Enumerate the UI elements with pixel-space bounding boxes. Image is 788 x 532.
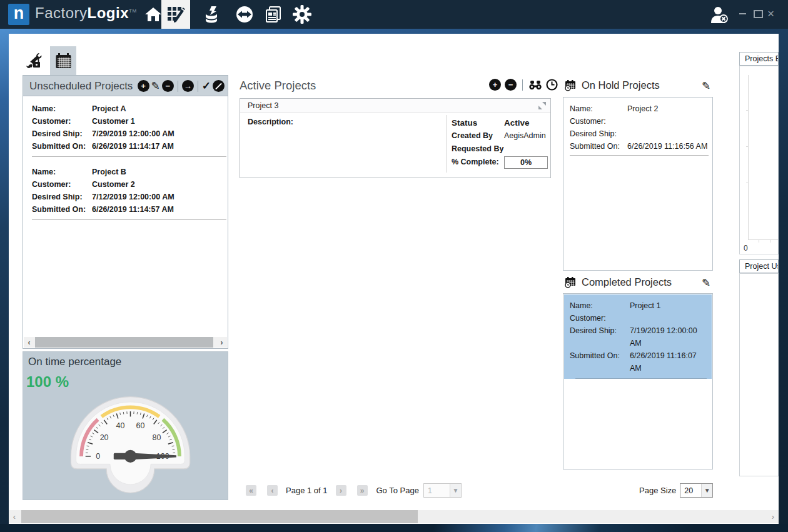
chevron-down-icon: ▼: [450, 484, 461, 497]
pagination-bar: « ‹ Page 1 of 1 › » Go To Page 1 ▼: [246, 483, 462, 498]
find-binoculars-icon[interactable]: [528, 80, 542, 90]
percent-complete-label: % Complete:: [452, 156, 504, 169]
last-page-icon[interactable]: »: [357, 485, 368, 496]
accept-check-icon[interactable]: ✓: [202, 81, 211, 91]
nav-scheduling-button[interactable]: [161, 0, 190, 29]
axis-label: 0: [744, 244, 748, 253]
panel-title: Project Us: [745, 262, 779, 271]
nav-materials-button[interactable]: [198, 0, 226, 29]
entry-separator: [570, 155, 709, 156]
next-page-icon[interactable]: ›: [336, 485, 346, 496]
edit-pencil-icon[interactable]: ✎: [151, 81, 160, 91]
svg-text:0: 0: [96, 452, 100, 461]
description-label: Description:: [248, 118, 293, 126]
unscheduled-header: Unscheduled Projects + ✎ − → ✓: [23, 75, 228, 96]
edit-pencil-icon[interactable]: ✎: [702, 276, 710, 289]
edit-pencil-icon[interactable]: ✎: [702, 79, 710, 93]
list-item[interactable]: Name:Project 2 Customer: Desired Ship: S…: [563, 98, 712, 153]
list-item[interactable]: Name:Project B Customer:Customer 2 Desir…: [23, 157, 228, 216]
brand-text: FactoryLogixTM: [35, 4, 137, 22]
list-item[interactable]: Name:Project A Customer:Customer 1 Desir…: [23, 96, 228, 153]
list-item-selected[interactable]: Name:Project 1 Customer: Desired Ship:7/…: [564, 294, 712, 379]
maximize-button[interactable]: [754, 10, 763, 18]
scroll-right-icon[interactable]: ›: [767, 510, 779, 523]
cancel-icon[interactable]: [213, 80, 225, 92]
svg-text:60: 60: [136, 421, 145, 430]
logout-user-button[interactable]: [709, 6, 730, 24]
tab-configuration[interactable]: [19, 46, 48, 75]
project-customer: Customer 2: [92, 178, 135, 191]
calendar-clock-icon: [565, 80, 577, 91]
horizontal-scrollbar[interactable]: ‹ ›: [24, 337, 227, 348]
project-submitted: 6/26/2019 11:16:56 AM: [627, 140, 707, 153]
field-label: Customer:: [570, 115, 627, 128]
add-icon[interactable]: +: [489, 79, 501, 91]
on-hold-title: On Hold Projects: [582, 79, 660, 91]
field-label: Name:: [570, 103, 627, 115]
project-ship: 7/12/2019 12:00:00 AM: [92, 191, 174, 203]
brand-logix: Logix: [88, 4, 129, 21]
home-icon: [144, 5, 163, 24]
projects-by-panel-header[interactable]: Projects B: [739, 52, 779, 66]
minimize-button[interactable]: [739, 13, 746, 14]
distribution-arrows-icon: [235, 5, 254, 24]
calendar-icon: [55, 53, 72, 69]
chart-x-axis: [748, 239, 778, 240]
remove-icon[interactable]: −: [505, 79, 517, 91]
panel-title: Projects B: [745, 54, 779, 63]
gauge-value: 100 %: [26, 373, 69, 391]
project-card: Project 3 Description: StatusActive Crea…: [240, 98, 551, 178]
created-by-value: AegisAdmin: [504, 129, 546, 143]
page-indicator: Page 1 of 1: [286, 486, 328, 495]
project-ship: 7/29/2019 12:00:00 AM: [92, 128, 174, 140]
project-name: Project A: [92, 103, 126, 115]
bottom-horizontal-scrollbar[interactable]: ‹ ›: [9, 510, 779, 523]
calendar-clock-icon: [565, 277, 577, 288]
previous-page-icon[interactable]: ‹: [267, 485, 278, 496]
field-label: Submitted On:: [32, 203, 92, 216]
field-label: Desired Ship:: [570, 324, 630, 349]
go-to-page-value: 1: [424, 486, 450, 495]
field-label: Customer:: [32, 178, 92, 191]
add-icon[interactable]: +: [138, 80, 149, 92]
scrollbar-thumb[interactable]: [35, 337, 213, 348]
brand-trademark: TM: [129, 8, 137, 14]
scroll-left-icon[interactable]: ‹: [24, 337, 34, 348]
created-by-label: Created By: [452, 129, 504, 143]
field-label: Desired Ship:: [32, 191, 92, 203]
go-to-page-select[interactable]: 1 ▼: [423, 483, 462, 498]
scheduling-grid-pencil-icon: [166, 4, 186, 24]
history-clock-icon[interactable]: [546, 79, 558, 91]
entry-separator: [32, 219, 226, 220]
materials-database-icon: [203, 5, 221, 24]
wrench-lock-icon: [24, 52, 43, 69]
field-label: Desired Ship:: [32, 128, 92, 140]
project-card-header[interactable]: Project 3: [240, 99, 550, 113]
status-label: Status: [452, 116, 504, 129]
card-divider: [447, 115, 447, 173]
active-projects-title: Active Projects: [240, 79, 316, 93]
completed-list: Name:Project 1 Customer: Desired Ship:7/…: [563, 293, 713, 469]
nav-reports-button[interactable]: [259, 0, 288, 29]
remove-icon[interactable]: −: [162, 80, 174, 92]
on-hold-header: On Hold Projects: [565, 79, 660, 91]
on-hold-list: Name:Project 2 Customer: Desired Ship: S…: [563, 97, 713, 271]
close-button[interactable]: ×: [767, 7, 774, 21]
toolbar-separator: [178, 81, 178, 92]
move-right-icon[interactable]: →: [182, 80, 194, 92]
scrollbar-thumb[interactable]: [21, 510, 418, 523]
nav-distribution-button[interactable]: [230, 0, 259, 29]
project-usage-panel-header[interactable]: Project Us: [739, 259, 779, 273]
tab-scheduling[interactable]: [50, 46, 76, 75]
scroll-right-icon[interactable]: ›: [216, 337, 227, 348]
percent-complete-value: 0%: [504, 156, 548, 169]
project-name: Project 1: [630, 299, 660, 312]
projects-by-chart: 0: [739, 66, 779, 254]
axis-tick: [770, 240, 770, 243]
page-size-select[interactable]: 20 ▼: [680, 483, 713, 498]
scroll-left-icon[interactable]: ‹: [9, 510, 20, 523]
unscheduled-projects-panel: Unscheduled Projects + ✎ − → ✓ Name:Proj…: [23, 75, 228, 349]
first-page-icon[interactable]: «: [246, 485, 256, 496]
expand-icon[interactable]: [538, 102, 546, 109]
nav-settings-button[interactable]: [288, 0, 316, 29]
